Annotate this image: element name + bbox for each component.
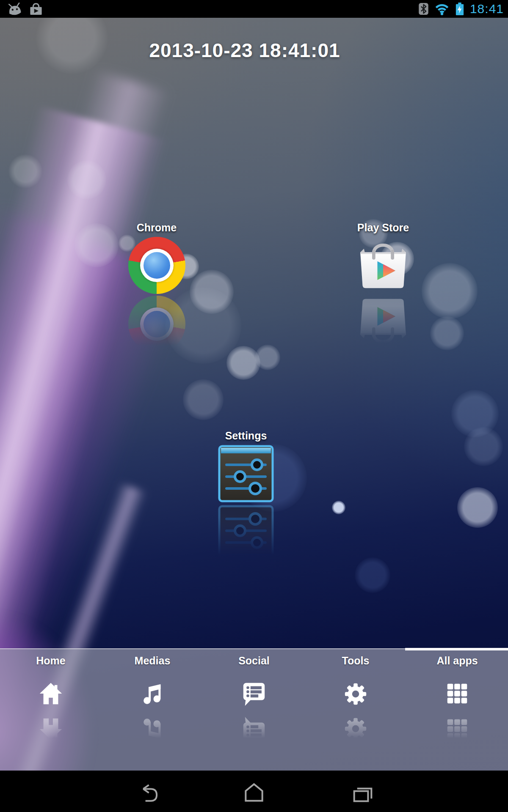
- chat-list-icon-reflection: [241, 716, 267, 742]
- app-shortcut-play-store[interactable]: Play Store: [337, 222, 430, 350]
- dock-item-label: Home: [36, 655, 65, 667]
- play-store-icon[interactable]: [353, 237, 413, 292]
- chrome-icon[interactable]: [128, 237, 185, 294]
- settings-icon-reflection: [218, 503, 274, 562]
- chrome-icon-reflection: [128, 296, 185, 353]
- bokeh-circle: [355, 557, 390, 593]
- android-home-screen: 18:41 2013-10-23 18:41:01 Chrome Play St…: [0, 0, 508, 812]
- bokeh-circle: [464, 427, 503, 466]
- dock-item-tools[interactable]: Tools: [305, 649, 406, 771]
- dock-item-label: Social: [238, 655, 270, 667]
- battery-charging-icon: [455, 3, 464, 16]
- bokeh-circle: [430, 316, 464, 350]
- bokeh-circle: [67, 160, 106, 199]
- app-grid-icon: [444, 680, 470, 707]
- dock-page-indicator: [405, 648, 508, 650]
- dock: Home Medias Social Tools All apps: [0, 648, 508, 771]
- system-status-area: 18:41: [418, 2, 508, 16]
- home-icon-reflection: [38, 716, 64, 742]
- app-shortcut-settings[interactable]: Settings: [199, 430, 293, 562]
- play-store-notification-icon: [29, 3, 43, 16]
- bluetooth-icon: [418, 3, 429, 15]
- bokeh-circle: [255, 345, 280, 370]
- app-shortcut-chrome[interactable]: Chrome: [110, 222, 203, 353]
- dock-item-label: Tools: [342, 655, 370, 667]
- app-label: Play Store: [357, 222, 409, 233]
- app-grid-icon-reflection: [444, 716, 470, 742]
- back-button[interactable]: [134, 784, 160, 803]
- app-label: Settings: [225, 430, 267, 442]
- play-store-icon-reflection: [353, 294, 413, 350]
- home-icon: [38, 680, 64, 707]
- dock-item-label: All apps: [436, 655, 478, 667]
- bokeh-circle: [332, 501, 345, 514]
- app-label: Chrome: [137, 222, 177, 233]
- notification-area: [0, 3, 43, 16]
- dock-item-social[interactable]: Social: [203, 649, 305, 771]
- settings-icon[interactable]: [218, 445, 274, 502]
- clock-widget[interactable]: 2013-10-23 18:41:01: [75, 39, 414, 62]
- dock-item-home[interactable]: Home: [0, 649, 102, 771]
- dock-item-medias[interactable]: Medias: [102, 649, 203, 771]
- bokeh-circle: [457, 487, 498, 528]
- status-time: 18:41: [470, 2, 504, 16]
- chat-list-icon: [241, 680, 267, 707]
- music-note-icon-reflection: [139, 716, 166, 742]
- status-bar: 18:41: [0, 0, 508, 18]
- wifi-icon: [434, 3, 450, 15]
- home-button[interactable]: [240, 781, 268, 802]
- music-note-icon: [139, 680, 166, 707]
- gear-icon-reflection: [342, 716, 369, 742]
- recents-button[interactable]: [349, 783, 376, 803]
- dock-item-all-apps[interactable]: All apps: [406, 649, 508, 771]
- dock-item-label: Medias: [135, 655, 171, 667]
- android-notification-icon: [7, 3, 23, 16]
- bokeh-circle: [183, 379, 224, 420]
- gear-icon: [342, 680, 369, 707]
- bokeh-circle: [422, 263, 478, 319]
- bokeh-circle: [8, 154, 42, 188]
